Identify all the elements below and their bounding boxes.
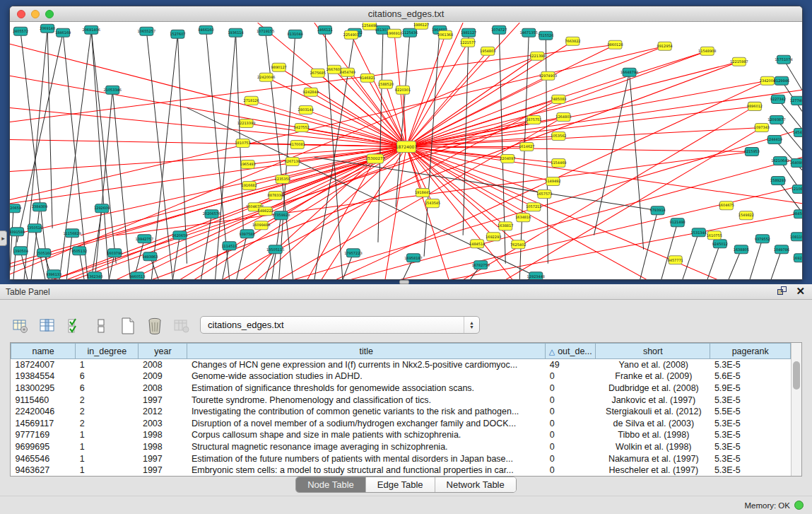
graph-node[interactable]: 1638817 (498, 222, 513, 230)
table-cell[interactable]: 9463627 (11, 465, 76, 477)
table-cell[interactable]: 5.3E-5 (710, 465, 791, 477)
graph-node[interactable]: 5498222 (258, 207, 273, 216)
graph-node[interactable]: 12093877 (767, 115, 785, 124)
table-cell[interactable]: 9699695 (11, 441, 76, 453)
table-cell[interactable]: 0 (546, 406, 596, 418)
table-cell[interactable]: 1997 (139, 452, 187, 465)
table-row[interactable]: 1938455462009Genome-wide association stu… (11, 370, 791, 382)
table-cell[interactable]: 18724007 (11, 359, 76, 371)
graph-node[interactable]: 1466121 (317, 25, 333, 34)
table-cell[interactable]: Changes of HCN gene expression and I(f) … (187, 359, 546, 371)
table-cell[interactable]: Tibbo et al. (1998) (596, 429, 710, 441)
citation-network-graph[interactable]: 2405572206914018461692069140610655257152… (10, 23, 802, 280)
graph-node[interactable]: 7485083 (551, 95, 566, 103)
float-panel-icon[interactable] (777, 286, 787, 296)
graph-node[interactable]: 7515526 (538, 31, 553, 40)
row-height-icon[interactable] (92, 317, 110, 335)
graph-nodes[interactable]: 2405572206914018461692069140610655257152… (10, 23, 802, 280)
table-cell[interactable]: 1 (76, 452, 139, 465)
graph-node[interactable]: 1505160 (36, 249, 52, 257)
graph-node[interactable]: 1484514 (469, 240, 485, 248)
network-view-window[interactable]: citations_edges.txt 24055722069140184616… (9, 6, 803, 280)
table-cell[interactable]: 1998 (139, 441, 187, 453)
graph-node[interactable]: 9505132 (71, 247, 87, 255)
table-cell[interactable]: 1 (76, 441, 139, 453)
graph-node[interactable]: 1638805 (734, 245, 749, 254)
node-table[interactable]: namein_degreeyeartitle△out_de...shortpag… (10, 342, 802, 477)
graph-node[interactable]: 8878334 (268, 192, 283, 200)
graph-node[interactable]: 16782759 (471, 261, 489, 269)
graph-node[interactable]: 1210664 (792, 185, 802, 194)
table-cell[interactable]: Tourette syndrome. Phenomenology and cla… (187, 394, 546, 406)
graph-node[interactable]: 8131044 (288, 30, 303, 38)
table-cell[interactable]: 9777169 (11, 429, 76, 441)
graph-node[interactable]: 1918445 (415, 189, 430, 197)
table-cell[interactable]: 0 (546, 465, 596, 477)
graph-node[interactable]: 1362340 (87, 272, 102, 280)
graph-node[interactable]: 20206576 (203, 210, 220, 218)
graph-node[interactable]: 1603796 (107, 249, 122, 257)
graph-node[interactable]: 16648794 (620, 68, 638, 76)
graph-node[interactable]: 9460513 (129, 272, 145, 280)
graph-node[interactable]: 2803144 (298, 105, 314, 114)
graph-node[interactable]: 11156829 (63, 229, 81, 238)
table-row[interactable]: 911546021997Tourette syndrome. Phenomeno… (11, 394, 791, 406)
graph-node[interactable]: 1657573 (536, 190, 552, 199)
graph-node[interactable]: 7663822 (565, 37, 580, 45)
table-cell[interactable]: 6 (76, 370, 139, 382)
graph-node[interactable]: 1986127 (413, 23, 429, 29)
graph-node[interactable]: 1966910 (387, 29, 402, 37)
graph-node[interactable]: 1277405 (790, 96, 802, 105)
table-cell[interactable]: 19384554 (11, 370, 76, 382)
graph-node[interactable]: 9493863 (142, 252, 158, 261)
select-columns-icon[interactable] (65, 317, 83, 335)
graph-node[interactable]: 1254498 (362, 23, 377, 30)
graph-node[interactable]: 1614627 (519, 142, 534, 151)
table-cell[interactable]: 1997 (139, 465, 187, 477)
graph-node[interactable]: 1244419 (767, 135, 782, 144)
graph-node[interactable]: 9457771 (668, 256, 683, 264)
column-header-in-degree[interactable]: in_degree (76, 344, 139, 359)
table-cell[interactable]: Estimation of the future numbers of pati… (187, 452, 546, 465)
close-panel-icon[interactable]: ✕ (796, 286, 805, 296)
graph-node[interactable]: 13942757 (136, 235, 153, 243)
column-header-year[interactable]: year (139, 344, 187, 359)
table-cell[interactable]: 5.9E-5 (710, 382, 791, 395)
graph-node[interactable]: 17359928 (272, 211, 290, 220)
graph-node[interactable]: 1965493 (240, 160, 255, 169)
table-row[interactable]: 1456911722003Disruption of a novel membe… (11, 417, 791, 429)
graph-node[interactable]: 12923448 (527, 272, 545, 280)
graph-node[interactable]: 10719155 (257, 27, 274, 35)
table-cell[interactable]: 5.6E-5 (710, 370, 791, 382)
graph-node[interactable]: 1589293 (770, 177, 786, 185)
column-header-pagerank[interactable]: pagerank (710, 344, 791, 359)
graph-node[interactable]: 16210643 (771, 157, 789, 165)
table-cell[interactable]: Nakamura et al. (1997) (596, 452, 710, 465)
table-row[interactable]: 946554611997Estimation of the future num… (11, 452, 791, 465)
table-cell[interactable]: 9115460 (11, 394, 76, 406)
graph-node[interactable]: 7625402 (510, 240, 526, 249)
table-cell[interactable]: 1 (76, 359, 139, 371)
table-cell[interactable]: 9465546 (11, 452, 76, 465)
graph-node[interactable]: 1527607 (170, 30, 185, 38)
table-cell[interactable]: Jankovic et al. (1997) (596, 394, 710, 406)
tab-edge-table[interactable]: Edge Table (365, 477, 435, 492)
table-cell[interactable]: 2012 (139, 406, 187, 418)
show-columns-icon[interactable] (38, 317, 57, 335)
graph-node[interactable]: 25300273 (365, 154, 385, 163)
graph-node[interactable]: 1097343 (754, 123, 770, 132)
new-table-icon[interactable] (119, 317, 137, 335)
table-cell[interactable]: Investigating the contribution of common… (187, 406, 546, 418)
table-panel-titlebar[interactable]: Table Panel ✕ (0, 284, 812, 300)
network-table-select[interactable]: citations_edges.txt ▲▼ (200, 316, 480, 334)
graph-node[interactable]: 1604675 (719, 201, 734, 210)
table-cell[interactable]: Yano et al. (2008) (596, 359, 710, 371)
table-scrollbar[interactable] (791, 343, 801, 476)
graph-node[interactable]: 9396133 (46, 270, 61, 279)
table-settings-icon[interactable] (11, 317, 30, 335)
graph-node[interactable]: 1154469 (551, 159, 566, 168)
graph-node[interactable]: 1610755 (707, 231, 722, 240)
table-cell[interactable]: Corpus callosum shape and size in male p… (187, 429, 546, 441)
graph-node[interactable]: 8267130 (285, 158, 300, 166)
table-cell[interactable]: Structural magnetic resonance image aver… (187, 441, 546, 453)
